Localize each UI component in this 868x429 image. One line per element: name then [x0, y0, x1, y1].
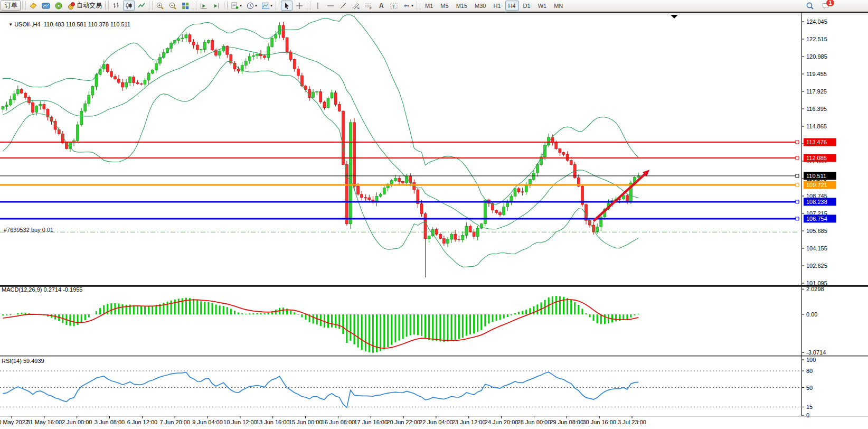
periods-button[interactable]: ▾: [244, 1, 259, 11]
svg-text:22 Jun 04:00: 22 Jun 04:00: [419, 419, 453, 425]
svg-text:106.754: 106.754: [806, 216, 827, 222]
time-axis-labels[interactable]: 30 May 202231 May 16:002 Jun 00:003 Jun …: [0, 416, 646, 425]
svg-text:100: 100: [806, 357, 816, 363]
horizontal-levels: [0, 141, 799, 232]
market-watch-button[interactable]: [27, 1, 39, 11]
svg-text:10 Jun 12:00: 10 Jun 12:00: [223, 419, 257, 425]
svg-text:114.865: 114.865: [806, 123, 827, 129]
line-chart-icon: [137, 2, 146, 10]
svg-text:2 Jun 00:00: 2 Jun 00:00: [62, 419, 92, 425]
vertical-line-button[interactable]: [312, 1, 324, 11]
text-icon: A: [377, 2, 385, 10]
svg-text:E: E: [357, 6, 360, 10]
label-icon: T: [390, 2, 398, 10]
ohlc-values: 110.483 110.581 110.378 110.511: [44, 21, 130, 27]
zoom-out-button[interactable]: [167, 1, 178, 11]
svg-text:124.045: 124.045: [806, 18, 827, 25]
horizontal-line-button[interactable]: [325, 1, 336, 11]
macd-indicator-label: MACD(12,26,9) 0.2714 -0.1955: [2, 286, 82, 293]
signals-icon: [54, 2, 63, 10]
periods-icon: [246, 2, 254, 10]
toolbar-grip: [105, 2, 109, 10]
gold-tag-icon: [29, 2, 37, 10]
svg-text:A: A: [379, 2, 384, 10]
timeframe-m5-button[interactable]: M5: [437, 1, 451, 11]
add-indicator-button[interactable]: ▾: [229, 1, 243, 11]
arrows-button[interactable]: ▾: [401, 1, 415, 11]
template-icon: [261, 2, 270, 10]
svg-text:3 Jun 08:00: 3 Jun 08:00: [95, 419, 125, 425]
svg-text:110.511: 110.511: [806, 173, 826, 179]
trendline-button[interactable]: [337, 1, 349, 11]
crosshair-icon: [295, 2, 304, 10]
channel-icon: E: [352, 2, 360, 10]
timeframe-mn-button[interactable]: MN: [551, 1, 566, 11]
svg-text:-3.0714: -3.0714: [806, 349, 826, 356]
chart-window[interactable]: 124.045122.515120.985119.455117.925116.3…: [0, 12, 868, 429]
svg-text:24 Jun 20:00: 24 Jun 20:00: [485, 419, 518, 425]
symbol-dropdown-icon[interactable]: ▼: [8, 22, 13, 27]
tile-windows-icon: [181, 2, 190, 10]
auto-scroll-icon: [200, 2, 208, 10]
svg-text:17 Jun 16:00: 17 Jun 16:00: [354, 419, 388, 425]
toolbar-grip: [193, 2, 196, 10]
svg-text:31 May 16:00: 31 May 16:00: [26, 419, 62, 425]
text-label-button[interactable]: T: [388, 1, 400, 11]
timeframe-m15-button[interactable]: M15: [453, 1, 470, 11]
svg-text:15 Jun 00:00: 15 Jun 00:00: [289, 419, 323, 425]
symbol-label: USOil-,H4: [14, 21, 41, 27]
chart-title: ▼USOil-,H4 110.483 110.581 110.378 110.5…: [2, 15, 130, 34]
fibonacci-button[interactable]: F: [363, 1, 374, 11]
timeframe-h1-button[interactable]: H1: [490, 1, 504, 11]
dropdown-arrow-icon: ▾: [270, 3, 272, 8]
chart-shift-icon: [212, 2, 221, 10]
trend-arrow[interactable]: [593, 170, 649, 221]
autotrade-button[interactable]: 自动交易: [65, 1, 103, 11]
text-button[interactable]: A: [375, 1, 387, 11]
equidistant-channel-button[interactable]: E: [350, 1, 362, 11]
svg-text:0.00: 0.00: [806, 311, 817, 318]
svg-text:116.395: 116.395: [806, 106, 827, 112]
svg-text:T: T: [392, 3, 395, 8]
dropdown-arrow-icon: ▾: [255, 3, 257, 8]
chart-shift-button[interactable]: [211, 1, 222, 11]
timeframe-h4-button[interactable]: H4: [505, 1, 519, 11]
svg-text:119.455: 119.455: [806, 71, 827, 77]
bars-chart-button[interactable]: [110, 1, 122, 11]
signals-button[interactable]: [53, 1, 64, 11]
chart-svg[interactable]: 124.045122.515120.985119.455117.925116.3…: [0, 12, 868, 429]
svg-text:29 Jun 08:00: 29 Jun 08:00: [550, 419, 583, 425]
svg-text:120.985: 120.985: [806, 53, 827, 60]
svg-text:108.238: 108.238: [806, 199, 827, 205]
fibonacci-icon: F: [364, 2, 373, 10]
auto-scroll-button[interactable]: [198, 1, 210, 11]
terminal-button[interactable]: [40, 1, 52, 11]
svg-text:6 Jun 12:00: 6 Jun 12:00: [127, 419, 158, 425]
timeframe-d1-button[interactable]: D1: [520, 1, 534, 11]
tile-windows-button[interactable]: [180, 1, 191, 11]
search-button[interactable]: [804, 1, 816, 11]
timeframe-m30-button[interactable]: M30: [471, 1, 489, 11]
templates-button[interactable]: ▾: [260, 1, 274, 11]
new-order-button[interactable]: 订单: [1, 1, 21, 11]
zoom-in-icon: [156, 2, 164, 10]
timeframe-m1-button[interactable]: M1: [422, 1, 436, 11]
timeframe-w1-button[interactable]: W1: [535, 1, 550, 11]
notifications-button[interactable]: 1: [822, 2, 830, 10]
toolbar: 订单自动交易▾▾▾EFAT▾M1M5M15M30H1H4D1W1MN1: [0, 0, 868, 12]
svg-text:20 Jun 22:00: 20 Jun 22:00: [386, 419, 420, 425]
svg-text:101.095: 101.095: [806, 280, 827, 286]
trendline-icon: [339, 2, 347, 10]
toolbar-grip: [22, 2, 26, 10]
line-chart-button[interactable]: [136, 1, 147, 11]
crosshair-button[interactable]: [294, 1, 305, 11]
new-order-button-label: 订单: [5, 1, 17, 10]
vertical-line-icon: [314, 2, 322, 10]
add-indicator-icon: [231, 2, 239, 10]
cursor-button[interactable]: [281, 1, 293, 11]
svg-text:F: F: [370, 7, 372, 10]
pane-separators[interactable]: [0, 13, 868, 416]
candlestick-chart-button[interactable]: [123, 1, 135, 11]
zoom-in-button[interactable]: [154, 1, 166, 11]
chart-shift-marker[interactable]: [671, 15, 678, 18]
